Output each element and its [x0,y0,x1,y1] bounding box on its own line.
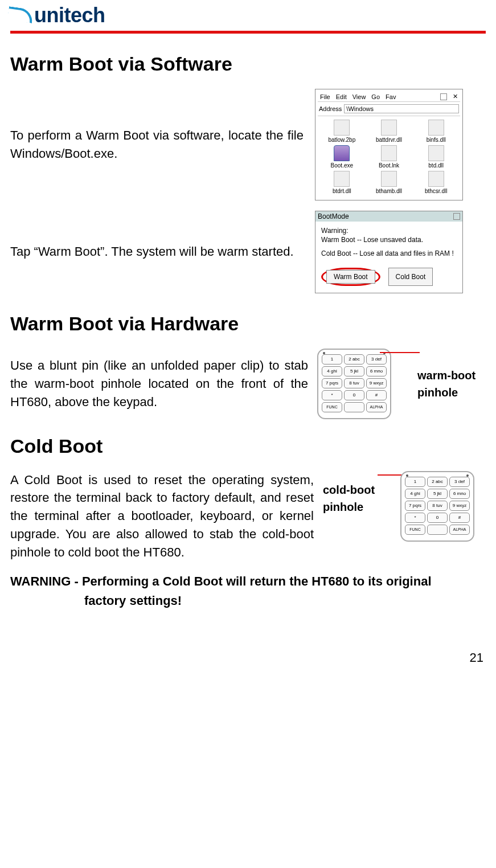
device-keypad-image: 12 abc3 def4 ghi5 jkl6 mno7 pqrs8 tuv9 w… [317,349,408,419]
menu-bar: File Edit View Go Fav ✕ [318,92,460,102]
keypad-key[interactable] [344,402,364,412]
close-icon[interactable]: ✕ [453,93,458,100]
file-grid: batlow.2bp battdrvr.dll binfs.dll Boot.e… [318,116,460,198]
warning-prefix: WARNING - [10,574,82,588]
keypad-key[interactable]: * [322,390,342,400]
keypad-key[interactable]: FUNC [322,402,342,412]
dialog-warning-line3: Cold Boot -- Lose all data and files in … [321,249,457,258]
logo-swoosh-icon [10,6,33,25]
file-item[interactable]: batlow.2bp [319,120,365,143]
cold-boot-text: A Cold Boot is used to reset the operati… [10,471,314,562]
file-item[interactable]: bthamb.dll [366,171,412,194]
device-keypad-image-2: 12 abc3 def4 ghi5 jkl6 mno7 pqrs8 tuv9 w… [400,471,486,542]
file-item-boot-exe[interactable]: Boot.exe [319,145,365,169]
logo-text: unitech [34,3,105,27]
keypad-key[interactable]: 3 def [449,477,470,487]
warning-text: WARNING - Performing a Cold Boot will re… [10,572,486,611]
cold-boot-pinhole-label: cold-boot pinhole [323,471,391,515]
page-number: 21 [10,650,486,665]
keypad-key[interactable]: # [366,390,387,400]
heading-cold-boot: Cold Boot [10,435,486,457]
keypad-key[interactable]: 4 ghi [405,489,425,499]
dialog-title: BootMode [318,212,349,220]
keypad-key[interactable] [427,525,448,535]
keypad-key[interactable]: 2 abc [427,477,448,487]
keypad-key[interactable]: 9 wxyz [449,501,470,511]
dialog-body: Warning: Warm Boot -- Lose unsaved data.… [315,222,462,263]
device-keypad: 12 abc3 def4 ghi5 jkl6 mno7 pqrs8 tuv9 w… [400,471,474,542]
address-label: Address [319,105,342,112]
keypad-key[interactable]: 1 [322,354,342,365]
keypad-key[interactable]: 1 [405,477,425,487]
menu-view[interactable]: View [352,93,366,100]
logo: unitech [10,3,486,30]
warm-boot-pinhole-label: warm-boot pinhole [417,367,486,401]
keypad-key[interactable]: 0 [427,513,448,523]
keypad-key[interactable]: 6 mno [366,366,387,376]
menu-go[interactable]: Go [371,93,380,100]
dialog-warning-line1: Warning: [321,226,457,235]
file-item[interactable]: btdrt.dll [319,171,365,194]
keypad-key[interactable]: 0 [344,390,364,400]
file-browser-window: File Edit View Go Fav ✕ Address batlow.2… [315,89,463,200]
step1-row: To perform a Warm Boot via software, loc… [10,89,486,200]
keypad-key[interactable]: # [449,513,470,523]
file-item[interactable]: btd.dll [413,145,459,169]
dialog-warning-line2: Warm Boot -- Lose unsaved data. [321,235,457,244]
keypad-key[interactable]: FUNC [405,525,425,535]
header-divider [10,31,486,34]
keypad-key[interactable]: ALPHA [449,525,470,535]
heading-warm-boot-software: Warm Boot via Software [10,53,486,75]
heading-warm-boot-hardware: Warm Boot via Hardware [10,313,486,335]
cold-boot-button[interactable]: Cold Boot [388,268,433,286]
file-item[interactable]: binfs.dll [413,120,459,143]
keypad-key[interactable]: 8 tuv [427,501,448,511]
file-item[interactable]: bthcsr.dll [413,171,459,194]
menu-file[interactable]: File [320,93,330,100]
step2-row: Tap “Warm Boot”. The system will be warm… [10,211,486,293]
step1-text: To perform a Warm Boot via software, loc… [10,126,304,163]
keypad-key[interactable]: 2 abc [344,354,364,365]
file-item[interactable]: Boot.lnk [366,145,412,169]
keypad-key[interactable]: 5 jkl [344,366,364,376]
menu-fav[interactable]: Fav [386,93,396,100]
address-bar: Address [318,102,460,116]
dialog-buttons: Warm Boot Cold Boot [315,263,462,293]
warm-boot-hw-text: Use a blunt pin (like an unfolded paper … [10,357,308,411]
keypad-key[interactable]: * [405,513,425,523]
bootmode-dialog: BootMode Warning: Warm Boot -- Lose unsa… [315,211,463,293]
keypad-key[interactable]: 3 def [366,354,387,365]
keypad-key[interactable]: 5 jkl [427,489,448,499]
warning-line2: factory settings! [10,591,486,611]
warning-line1: Performing a Cold Boot will return the H… [82,574,432,588]
warm-boot-button[interactable]: Warm Boot [326,270,375,284]
warm-boot-highlight-icon: Warm Boot [321,268,380,286]
file-browser-image: File Edit View Go Fav ✕ Address batlow.2… [315,89,486,200]
warm-boot-hw-row: Use a blunt pin (like an unfolded paper … [10,349,486,419]
menu-edit[interactable]: Edit [336,93,347,100]
cold-boot-row: A Cold Boot is used to reset the operati… [10,471,486,562]
keyboard-icon[interactable] [440,93,447,100]
dialog-titlebar: BootMode [315,211,462,222]
page-header: unitech [10,0,486,34]
keypad-key[interactable]: 7 pqrs [322,378,342,388]
keypad-key[interactable]: 8 tuv [344,378,364,388]
keypad-key[interactable]: 9 wxyz [366,378,387,388]
step2-text: Tap “Warm Boot”. The system will be warm… [10,243,304,261]
keypad-key[interactable]: 7 pqrs [405,501,425,511]
keypad-key[interactable]: 4 ghi [322,366,342,376]
callout-line-icon [380,352,420,353]
address-input[interactable] [344,104,459,113]
keypad-key[interactable]: ALPHA [366,402,387,412]
close-icon[interactable] [453,213,460,220]
keypad-key[interactable]: 6 mno [449,489,470,499]
file-item[interactable]: battdrvr.dll [366,120,412,143]
bootmode-dialog-image: BootMode Warning: Warm Boot -- Lose unsa… [315,211,486,293]
device-keypad: 12 abc3 def4 ghi5 jkl6 mno7 pqrs8 tuv9 w… [317,349,391,419]
